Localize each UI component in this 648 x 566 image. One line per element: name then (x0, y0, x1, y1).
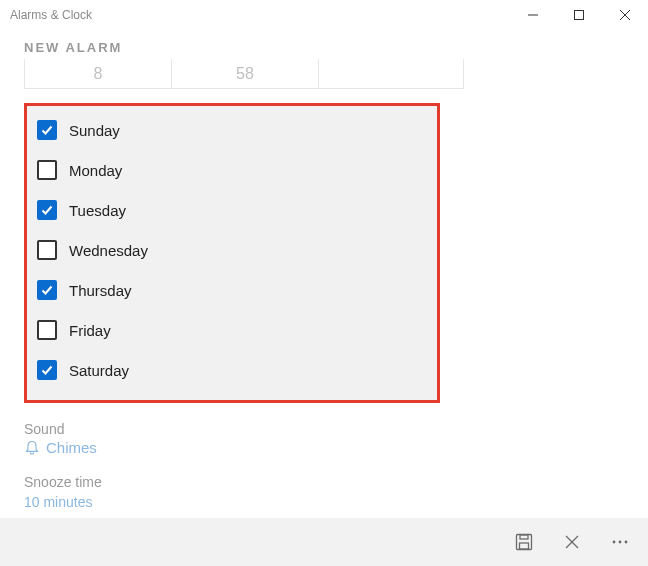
day-row: Wednesday (27, 230, 437, 270)
day-checkbox[interactable] (37, 240, 57, 260)
page-title: NEW ALARM (0, 30, 648, 59)
day-label: Thursday (69, 282, 132, 299)
sound-section-label: Sound (0, 403, 648, 439)
app-bar (0, 518, 648, 566)
snooze-section-label: Snooze time (0, 456, 648, 492)
day-checkbox[interactable] (37, 320, 57, 340)
svg-rect-4 (517, 535, 532, 550)
day-row: Tuesday (27, 190, 437, 230)
day-checkbox[interactable] (37, 360, 57, 380)
time-picker[interactable]: 8 58 (24, 59, 464, 89)
day-row: Thursday (27, 270, 437, 310)
time-hour[interactable]: 8 (25, 59, 172, 88)
close-icon (620, 10, 630, 20)
day-label: Wednesday (69, 242, 148, 259)
day-checkbox[interactable] (37, 120, 57, 140)
day-label: Saturday (69, 362, 129, 379)
day-label: Sunday (69, 122, 120, 139)
more-button[interactable] (596, 518, 644, 566)
svg-point-11 (625, 541, 628, 544)
check-icon (40, 283, 54, 297)
svg-rect-1 (575, 11, 584, 20)
bell-icon (24, 440, 40, 456)
day-row: Monday (27, 150, 437, 190)
day-row: Saturday (27, 350, 437, 390)
app-title: Alarms & Clock (10, 8, 510, 22)
minimize-icon (528, 10, 538, 20)
time-minute[interactable]: 58 (172, 59, 319, 88)
svg-point-10 (619, 541, 622, 544)
title-bar: Alarms & Clock (0, 0, 648, 30)
day-label: Tuesday (69, 202, 126, 219)
save-icon (515, 533, 533, 551)
day-row: Friday (27, 310, 437, 350)
day-label: Monday (69, 162, 122, 179)
save-button[interactable] (500, 518, 548, 566)
cancel-button[interactable] (548, 518, 596, 566)
day-checkbox[interactable] (37, 160, 57, 180)
minimize-button[interactable] (510, 0, 556, 30)
repeat-days-panel: SundayMondayTuesdayWednesdayThursdayFrid… (24, 103, 440, 403)
day-checkbox[interactable] (37, 200, 57, 220)
more-icon (611, 539, 629, 545)
check-icon (40, 123, 54, 137)
check-icon (40, 203, 54, 217)
day-row: Sunday (27, 110, 437, 150)
check-icon (40, 363, 54, 377)
day-label: Friday (69, 322, 111, 339)
time-ampm[interactable] (319, 59, 463, 88)
close-icon (565, 535, 579, 549)
day-checkbox[interactable] (37, 280, 57, 300)
maximize-icon (574, 10, 584, 20)
svg-point-9 (613, 541, 616, 544)
svg-rect-6 (520, 535, 528, 539)
maximize-button[interactable] (556, 0, 602, 30)
snooze-picker[interactable]: 10 minutes (0, 492, 648, 510)
sound-picker[interactable]: Chimes (0, 439, 648, 456)
svg-rect-5 (520, 543, 529, 549)
close-window-button[interactable] (602, 0, 648, 30)
sound-value: Chimes (46, 439, 97, 456)
